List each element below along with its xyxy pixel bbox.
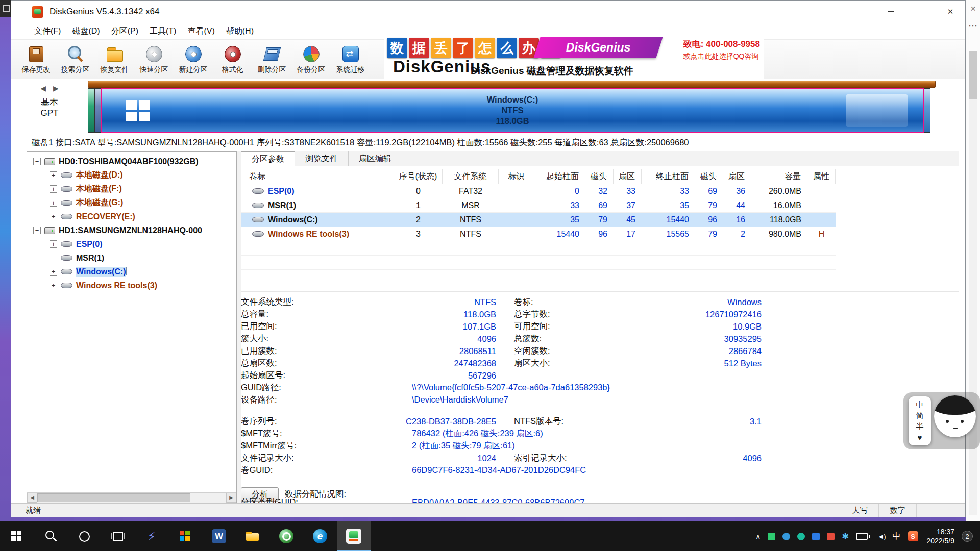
volume-icon[interactable]: ◄) (874, 521, 889, 551)
menu-item[interactable]: 查看(V) (182, 24, 220, 38)
tree-expand-toggle[interactable] (50, 268, 57, 276)
tree-expand-toggle[interactable] (50, 213, 57, 220)
menu-item[interactable]: 工具(T) (144, 24, 182, 38)
ime-status-item[interactable]: 中 (916, 400, 924, 410)
file-explorer-icon[interactable] (236, 521, 270, 551)
column-header[interactable]: 磁头 (585, 169, 614, 184)
tray-snowflake-icon[interactable]: ✱ (838, 521, 852, 551)
close-button[interactable]: ✕ (936, 1, 965, 23)
tree-expand-toggle[interactable] (50, 199, 57, 207)
column-header[interactable]: 属性 (807, 169, 836, 184)
panel-splitter[interactable] (237, 151, 241, 503)
detail-tab[interactable]: 扇区编辑 (349, 151, 402, 166)
task-view-icon[interactable] (101, 521, 135, 551)
tray-teal-icon[interactable] (794, 521, 808, 551)
edge-icon[interactable]: e (303, 521, 337, 551)
tree-item[interactable]: RECOVERY(E:) (27, 210, 236, 223)
battery-icon[interactable] (852, 521, 874, 551)
start-button[interactable] (0, 521, 34, 551)
ime-mode-icon[interactable]: 中 (889, 521, 904, 551)
column-header[interactable]: 标识 (499, 169, 534, 184)
partition-block-windows-c[interactable]: Windows(C:) NTFS 118.0GB (101, 88, 924, 133)
column-header[interactable]: 扇区 (723, 169, 751, 184)
tree-item[interactable]: HD1:SAMSUNGMZNLN128HAHQ-000 (27, 223, 236, 237)
scroll-right-icon[interactable]: ▶ (226, 493, 236, 503)
ime-status-item[interactable]: 简 (916, 411, 924, 421)
notification-badge[interactable]: 2 (962, 531, 973, 542)
toolbar-button[interactable]: 删除分区 (252, 40, 291, 79)
tree-item[interactable]: HD0:TOSHIBAMQ04ABF100(932GB) (27, 155, 236, 168)
toolbar-button[interactable]: 搜索分区 (56, 40, 95, 79)
tray-qq-icon[interactable] (808, 521, 823, 551)
ime-status-item[interactable]: ♥ (918, 433, 922, 442)
toolbar-button[interactable]: 备份分区 (291, 40, 331, 79)
ime-status-item[interactable]: 半 (916, 422, 924, 432)
toolbar-button[interactable]: 快速分区 (134, 40, 174, 79)
tray-green-icon[interactable] (764, 521, 779, 551)
diskgenius-taskbar-icon[interactable] (337, 521, 371, 551)
column-header[interactable]: 磁头 (695, 169, 723, 184)
outer-scrollbar-thumb[interactable] (969, 51, 977, 99)
toolbar-button[interactable]: 系统迁移 (331, 40, 370, 79)
tray-blue-icon[interactable] (779, 521, 794, 551)
toolbar-button[interactable]: 新建分区 (174, 40, 213, 79)
ad-qq-link[interactable]: 或点击此处选择QQ咨询 (683, 52, 760, 61)
column-header[interactable]: 起始柱面 (534, 169, 585, 184)
tree-expand-toggle[interactable] (33, 158, 41, 165)
tray-chevron-icon[interactable]: ∧ (752, 521, 765, 551)
more-options-icon[interactable]: ⋯ (966, 17, 980, 34)
detail-tab[interactable]: 分区参数 (241, 151, 295, 166)
taskbar-search-icon[interactable] (34, 521, 67, 551)
sogou-icon[interactable]: S (904, 521, 922, 551)
browser-green-icon[interactable] (270, 521, 303, 551)
column-header[interactable]: 终止柱面 (642, 169, 695, 184)
tree-expand-toggle[interactable] (50, 240, 57, 248)
show-desktop-button[interactable] (977, 521, 980, 551)
tree-expand-toggle[interactable] (50, 185, 57, 193)
menu-item[interactable]: 文件(F) (29, 24, 66, 38)
ad-banner[interactable]: 数 据 丢 了 怎 么 办 ！ Disk (384, 37, 764, 80)
column-header[interactable]: 文件系统 (443, 169, 499, 184)
maximize-button[interactable] (906, 1, 936, 23)
tree-item[interactable]: 本地磁盘(G:) (27, 196, 236, 210)
menu-item[interactable]: 帮助(H) (220, 24, 259, 38)
outer-close-icon[interactable]: ✕ (966, 0, 980, 17)
partition-block-esp[interactable] (88, 88, 94, 133)
column-header[interactable]: 扇区 (614, 169, 642, 184)
column-header[interactable]: 卷标 (241, 169, 394, 184)
next-disk-arrow-icon[interactable]: ▶ (53, 84, 59, 92)
partition-row[interactable]: ESP(0) 0 FAT32 0 32 33 33 69 36 (241, 184, 836, 198)
ime-status-card[interactable]: 中 简 半 ♥ (909, 396, 931, 445)
tree-item[interactable]: 本地磁盘(D:) (27, 168, 236, 182)
tree-expand-toggle[interactable] (50, 171, 57, 179)
cortana-icon[interactable] (67, 521, 101, 551)
tree-expand-toggle[interactable] (50, 282, 57, 289)
toolbar-button[interactable]: 恢复文件 (95, 40, 134, 79)
ime-assistant-avatar[interactable] (934, 395, 976, 437)
menu-item[interactable]: 磁盘(D) (66, 24, 105, 38)
tree-item[interactable]: 本地磁盘(F:) (27, 182, 236, 196)
scroll-left-icon[interactable]: ◀ (27, 493, 37, 503)
detail-tab[interactable]: 浏览文件 (295, 151, 349, 166)
partition-row[interactable]: MSR(1) 1 MSR 33 69 37 35 79 44 (241, 198, 836, 213)
tree-item[interactable]: ESP(0) (27, 237, 236, 251)
tree-item[interactable]: MSR(1) (27, 251, 236, 265)
minimize-button[interactable] (876, 1, 906, 23)
taskbar-clock[interactable]: 18:37 2022/5/9 (922, 527, 960, 545)
toolbar-button[interactable]: 保存更改 (16, 40, 56, 79)
tree-expand-toggle[interactable] (33, 227, 41, 234)
tree-scrollbar-thumb[interactable] (37, 493, 190, 502)
partition-block-msr[interactable] (94, 88, 101, 133)
tree-horizontal-scrollbar[interactable]: ◀ ▶ (27, 492, 236, 503)
tray-red-icon[interactable] (823, 521, 838, 551)
column-header[interactable]: 序号(状态) (394, 169, 443, 184)
menu-item[interactable]: 分区(P) (106, 24, 144, 38)
pinned-app-lightning-icon[interactable]: ⚡ (135, 521, 168, 551)
partition-row[interactable]: Windows(C:) 2 NTFS 35 79 45 15440 96 1 (241, 213, 836, 227)
word-icon[interactable]: W (202, 521, 236, 551)
tree-item[interactable]: Windows(C:) (27, 265, 236, 279)
partition-block-re-tools[interactable] (924, 88, 930, 133)
pinned-app-grid-icon[interactable] (168, 521, 202, 551)
prev-disk-arrow-icon[interactable]: ◀ (40, 84, 46, 92)
partition-row[interactable]: Windows RE tools(3) 3 NTFS 15440 96 17 1… (241, 227, 836, 241)
